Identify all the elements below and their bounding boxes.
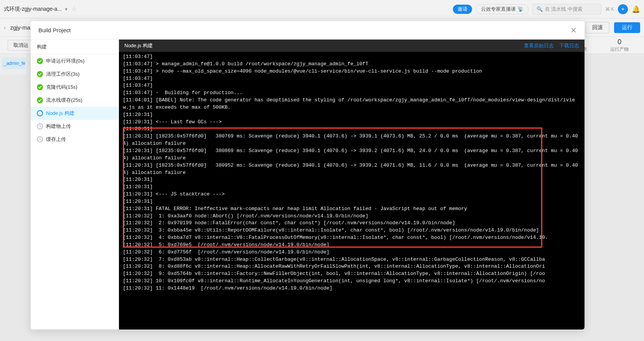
svg-point-1 (37, 71, 43, 77)
step-item[interactable]: Node.js 构建 (31, 107, 119, 120)
pending-icon (37, 123, 43, 129)
sidebar-section-title: 构建 (31, 40, 119, 55)
close-icon[interactable]: ✕ (570, 26, 577, 34)
step-label: 构建物上传 (46, 123, 71, 130)
step-item[interactable]: 清理工作区(3s) (31, 68, 119, 81)
step-item[interactable]: 流水线缓存(25s) (31, 94, 119, 107)
log-header-title: Node.js 构建 (124, 42, 153, 49)
step-label: 克隆代码(15s) (46, 84, 78, 91)
log-content[interactable]: [11:03:47] [11:03:47] > manage_admin_fe@… (119, 52, 585, 329)
success-icon (37, 97, 43, 103)
download-log-link[interactable]: 下载日志 (559, 42, 579, 49)
steps-sidebar: 构建 申请运行环境(0s)清理工作区(3s)克隆代码(15s)流水线缓存(25s… (31, 40, 119, 329)
step-label: 缓存上传 (46, 136, 66, 143)
build-modal: Build Project ✕ 构建 申请运行环境(0s)清理工作区(3s)克隆… (31, 21, 585, 329)
running-icon (37, 110, 43, 116)
success-icon (37, 71, 43, 77)
modal-header: Build Project ✕ (31, 21, 585, 40)
svg-point-0 (37, 58, 43, 64)
svg-point-3 (37, 97, 43, 103)
step-item[interactable]: 申请运行环境(0s) (31, 55, 119, 68)
modal-title: Build Project (38, 27, 71, 33)
step-label: 清理工作区(3s) (46, 71, 79, 78)
pending-icon (37, 136, 43, 142)
svg-point-2 (37, 84, 43, 90)
log-area: Node.js 构建 查看原始日志 下载日志 [11:03:47] [11:03… (119, 40, 585, 329)
success-icon (37, 58, 43, 64)
step-list: 申请运行环境(0s)清理工作区(3s)克隆代码(15s)流水线缓存(25s)No… (31, 55, 119, 146)
step-label: 流水线缓存(25s) (46, 97, 83, 104)
success-icon (37, 84, 43, 90)
log-header: Node.js 构建 查看原始日志 下载日志 (119, 40, 585, 52)
step-label: 申请运行环境(0s) (46, 58, 84, 65)
step-item[interactable]: 缓存上传 (31, 133, 119, 146)
step-label: Node.js 构建 (46, 110, 74, 117)
step-item[interactable]: 克隆代码(15s) (31, 81, 119, 94)
view-raw-log-link[interactable]: 查看原始日志 (524, 42, 554, 49)
step-item[interactable]: 构建物上传 (31, 120, 119, 133)
